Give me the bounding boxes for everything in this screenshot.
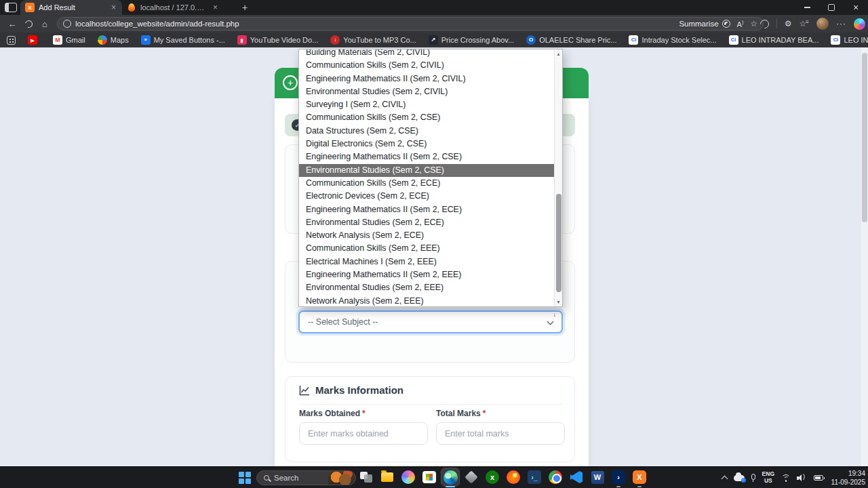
more-menu-icon[interactable]: ··· (836, 19, 846, 28)
microphone-icon[interactable] (751, 474, 755, 480)
bookmark-item[interactable]: Maps (98, 35, 129, 45)
browser-tab[interactable]: Add Result × (20, 0, 122, 15)
marks-input[interactable] (436, 422, 565, 445)
browser-essentials-icon[interactable] (758, 18, 770, 30)
bookmark-label: Price Crossing Abov... (441, 36, 514, 44)
bookmark-item[interactable]: YouTube to MP3 Co... (330, 35, 416, 45)
tray-overflow-icon[interactable] (721, 476, 728, 483)
subject-option[interactable]: Building Materials (Sem 2, CIVIL) (299, 49, 554, 59)
taskbar-search[interactable]: Search (256, 470, 356, 485)
bookmark-label: Gmail (66, 36, 85, 44)
dropdown-scroll-thumb[interactable] (556, 194, 561, 292)
taskbar-app-button[interactable] (357, 468, 375, 486)
taskbar-app-button[interactable] (526, 468, 543, 486)
tab-favicon (127, 3, 136, 12)
subject-option[interactable]: Surveying I (Sem 2, CIVIL) (299, 98, 554, 111)
refresh-icon[interactable] (20, 17, 37, 30)
taskbar-app-button[interactable] (505, 468, 522, 486)
scroll-up-icon[interactable]: ▲ (555, 52, 562, 56)
subject-option[interactable]: Communication Skills (Sem 2, CSE) (299, 111, 554, 124)
subject-dropdown-popup: Building Materials (Sem 2, CIVIL) Commun… (298, 49, 563, 307)
subject-option[interactable]: Environmental Studies (Sem 2, ECE) (299, 216, 554, 229)
taskbar-app-button[interactable] (420, 468, 438, 486)
taskbar-app-button[interactable] (378, 468, 396, 486)
volume-icon[interactable]: ) (797, 474, 807, 481)
bookmark-item[interactable]: Gmail (53, 35, 85, 45)
search-placeholder: Search (274, 474, 323, 482)
vertical-tabs-icon[interactable] (5, 3, 17, 12)
browser-tab[interactable]: localhost / 127.0.0.1 / college_db × (122, 0, 224, 15)
start-button-icon[interactable] (239, 472, 251, 484)
subject-option[interactable]: Environmental Studies (Sem 2, CIVIL) (299, 85, 554, 98)
close-button[interactable] (844, 0, 868, 15)
bookmark-item[interactable]: LEO INTRADAY BEA... (729, 35, 819, 45)
app-icon (612, 470, 625, 484)
profile-avatar[interactable] (816, 18, 829, 30)
bookmark-item[interactable]: Price Crossing Abov... (429, 35, 514, 45)
subject-option[interactable]: Engineering Mathematics II (Sem 2, CIVIL… (299, 73, 554, 85)
subject-option[interactable]: Electrical Machines I (Sem 2, EEE) (299, 256, 554, 268)
subject-option[interactable]: Digital Electronics (Sem 2, CSE) (299, 138, 554, 150)
taskbar-app-button[interactable] (399, 468, 417, 486)
subject-option[interactable]: Engineering Mathematics II (Sem 2, ECE) (299, 203, 554, 216)
clock[interactable]: 19:34 11-09-2025 (830, 469, 865, 487)
subject-option[interactable]: Electronic Devices (Sem 2, ECE) (299, 190, 554, 203)
marks-input[interactable] (299, 422, 428, 445)
bookmark-item[interactable]: LEO INTRADAY BUL... (831, 35, 868, 45)
minimize-button[interactable] (795, 0, 819, 15)
summarise-button[interactable]: Summarise (679, 20, 730, 28)
subject-option[interactable]: Network Analysis (Sem 2, ECE) (299, 229, 554, 242)
subject-option[interactable]: Environmental Studies (Sem 2, EEE) (299, 281, 554, 294)
taskbar-app-button[interactable] (568, 468, 585, 486)
bookmark-item[interactable]: OLAELEC Share Pric... (526, 35, 616, 45)
taskbar-app-button[interactable] (631, 468, 648, 486)
taskbar-app-button[interactable] (484, 468, 501, 486)
scroll-down-icon[interactable]: ▼ (555, 300, 562, 304)
copilot-icon[interactable] (854, 18, 865, 30)
site-info-icon[interactable] (63, 20, 71, 28)
new-tab-button[interactable]: + (239, 1, 251, 14)
subject-option[interactable]: Communication Skills (Sem 2, CIVIL) (299, 59, 554, 72)
subject-option[interactable]: Communication Skills (Sem 2, EEE) (299, 242, 554, 255)
home-icon[interactable]: ⌂ (37, 17, 53, 30)
taskbar-app-button[interactable] (441, 468, 459, 486)
page-scrollbar[interactable] (861, 47, 868, 466)
wifi-icon[interactable] (781, 474, 790, 482)
apps-launcher-icon[interactable] (7, 36, 16, 45)
subject-option[interactable]: Network Analysis (Sem 2, EEE) (299, 295, 554, 307)
browser-toolbar: ← ⌂ localhost/college_website/admin/add-… (0, 15, 868, 33)
taskbar-app-button[interactable] (462, 468, 480, 486)
taskbar-app-button[interactable] (547, 468, 564, 486)
address-bar[interactable]: localhost/college_website/admin/add-resu… (57, 17, 764, 30)
favorites-hub-icon[interactable]: ☆ (800, 19, 809, 28)
extensions-icon[interactable]: ⚙ (785, 19, 792, 28)
toolbar-right-actions: ⚙ ☆ ··· (760, 15, 865, 33)
back-icon[interactable]: ← (4, 17, 20, 30)
subject-select[interactable]: -- Select Subject -- ↓ (298, 310, 563, 333)
bookmark-item[interactable] (28, 35, 41, 45)
read-aloud-icon[interactable]: A (737, 20, 744, 28)
url-text[interactable]: localhost/college_website/admin/add-resu… (75, 20, 675, 28)
subject-option[interactable]: Engineering Mathematics II (Sem 2, CSE) (299, 150, 554, 163)
subject-option[interactable]: Data Structures (Sem 2, CSE) (299, 125, 554, 138)
browser-tab-strip: Add Result × localhost / 127.0.0.1 / col… (0, 0, 868, 15)
taskbar-app-button[interactable] (589, 468, 606, 486)
language-indicator[interactable]: ENG US (762, 471, 774, 485)
battery-icon[interactable] (814, 475, 823, 481)
bookmark-label: LEO INTRADAY BEA... (742, 36, 819, 44)
subject-option[interactable]: Engineering Mathematics II (Sem 2, EEE) (299, 268, 554, 281)
subject-option[interactable]: Communication Skills (Sem 2, ECE) (299, 177, 554, 190)
taskbar-app-button[interactable] (610, 468, 627, 486)
tab-title: Add Result (39, 3, 106, 12)
tab-close-icon[interactable]: × (110, 3, 117, 12)
bookmark-item[interactable]: YouTube Video Do... (237, 35, 319, 45)
page-scroll-thumb[interactable] (862, 53, 867, 222)
bookmark-item[interactable]: My Saved Buttons -... (141, 35, 225, 45)
dropdown-scrollbar[interactable]: ▲ ▼ (554, 49, 562, 306)
subject-option[interactable]: Environmental Studies (Sem 2, CSE) (299, 164, 554, 177)
maximize-button[interactable] (819, 0, 844, 15)
onedrive-icon[interactable] (734, 475, 745, 481)
bookmark-item[interactable]: Intraday Stock Selec... (629, 35, 716, 45)
favorite-star-icon[interactable]: ☆ (750, 19, 757, 28)
tab-close-icon[interactable]: × (212, 3, 219, 12)
